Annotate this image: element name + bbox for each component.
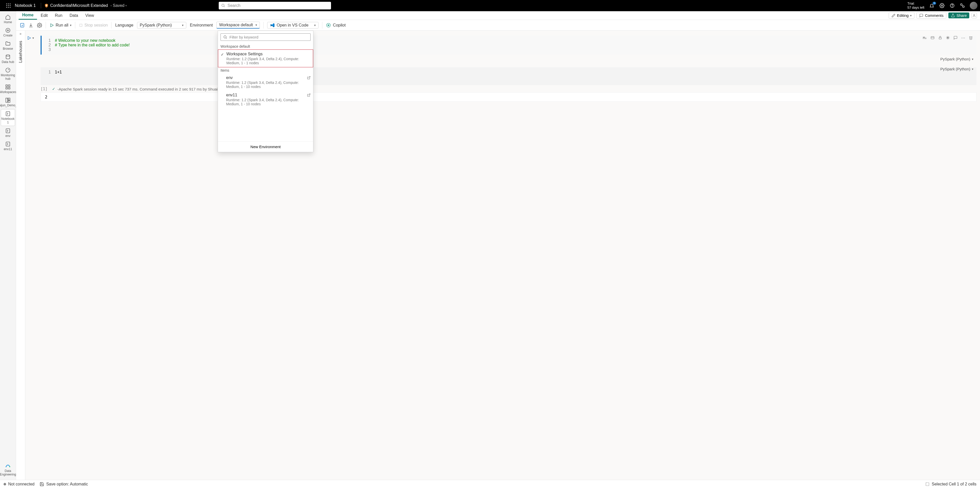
comment-cell-icon[interactable]	[953, 35, 958, 40]
svg-rect-9	[46, 5, 47, 6]
cell-toolbar: M↓ ⋯	[922, 35, 974, 40]
tab-view[interactable]: View	[82, 12, 97, 19]
lakehouses-panel-collapsed: » Lakehouses	[16, 31, 25, 480]
nav-env[interactable]: env	[1, 127, 15, 139]
comments-button[interactable]: Comments	[916, 12, 946, 19]
save-option[interactable]: Save option: Automatic	[46, 482, 88, 486]
run-cell-icon[interactable]	[27, 36, 32, 40]
code-cell-1[interactable]: ▾ M↓ ⋯ 1# Welcome to your new notebook 2…	[41, 36, 977, 55]
download-button[interactable]	[28, 23, 33, 28]
notifications-icon[interactable]: 5	[929, 3, 935, 8]
notebook-title[interactable]: Notebook 1	[15, 3, 36, 8]
save-icon	[20, 23, 25, 28]
nav-create[interactable]: Create	[1, 26, 15, 39]
sensitivity-label[interactable]: Confidential\Microsoft Extended	[44, 3, 108, 8]
search-icon	[221, 3, 225, 8]
tab-data[interactable]: Data	[66, 12, 82, 19]
svg-rect-55	[926, 483, 929, 486]
nav-notebook-1[interactable]: Notebook 1	[1, 109, 15, 126]
freeze-icon[interactable]	[945, 35, 950, 40]
new-environment-button[interactable]: New Environment	[218, 141, 313, 152]
svg-line-46	[309, 94, 310, 95]
chevron-down-icon: ▾	[256, 23, 257, 27]
svg-point-1	[8, 3, 9, 4]
svg-point-0	[6, 3, 7, 4]
cell-gutter: ▾	[27, 36, 34, 40]
tab-run[interactable]: Run	[51, 12, 66, 19]
cell-language-selector[interactable]: PySpark (Python) ▾	[940, 57, 974, 61]
search-input[interactable]: Search	[219, 2, 331, 10]
svg-line-11	[224, 6, 224, 7]
run-all-button[interactable]: Run all ▾	[49, 23, 72, 27]
env-item-env[interactable]: env Runtime: 1.2 (Spark 3.4, Delta 2.4),…	[218, 73, 313, 91]
open-external-icon[interactable]	[307, 76, 310, 79]
svg-point-5	[10, 5, 11, 6]
nav-browse[interactable]: Browse	[1, 39, 15, 52]
cell-editor[interactable]: 1# Welcome to your new notebook 2# Type …	[41, 36, 977, 55]
env-filter-input[interactable]: Filter by keyword	[221, 33, 310, 41]
chevron-down-icon[interactable]: ▾	[32, 36, 34, 40]
execution-info: [1] ✓ -Apache Spark session ready in 15 …	[41, 87, 977, 91]
env-item-workspace-settings[interactable]: ✓ Workspace Settings Runtime: 1.2 (Spark…	[218, 49, 313, 67]
settings-icon[interactable]	[939, 3, 945, 8]
delete-cell-icon[interactable]	[968, 35, 974, 40]
environment-dropdown-panel: Filter by keyword Workspace default ✓ Wo…	[218, 31, 313, 152]
presence-icon[interactable]	[971, 13, 977, 18]
svg-point-7	[8, 7, 9, 8]
nav-data-hub[interactable]: Data hub	[1, 52, 15, 65]
feedback-icon[interactable]	[959, 3, 965, 8]
nav-workspaces[interactable]: Workspaces	[1, 82, 15, 95]
env-item-env11[interactable]: env11 Runtime: 1.2 (Spark 3.4, Delta 2.4…	[218, 91, 313, 108]
topbar-right: Trial: 57 days left 5	[907, 2, 978, 10]
more-icon[interactable]: ⋯	[961, 35, 966, 40]
lakehouses-label[interactable]: Lakehouses	[18, 41, 23, 63]
connection-dot-icon	[3, 483, 6, 485]
svg-point-36	[974, 14, 975, 16]
ribbon-tabs: Home Edit Run Data View Editing ▾ Commen…	[16, 11, 980, 20]
code-cell-2[interactable]: 11+1 [1] ✓ -Apache Spark session ready i…	[41, 67, 977, 102]
environment-dropdown[interactable]: Workspace default ▾	[216, 22, 260, 29]
connection-status[interactable]: Not connected	[8, 482, 35, 486]
svg-rect-25	[6, 87, 7, 89]
help-icon[interactable]	[950, 3, 955, 8]
folder-icon	[5, 41, 11, 46]
nav-env11[interactable]: env11	[1, 140, 15, 152]
svg-point-6	[6, 7, 7, 8]
open-external-icon[interactable]	[307, 93, 310, 97]
fabric-icon	[5, 463, 11, 469]
editing-mode-button[interactable]: Editing ▾	[889, 12, 915, 19]
env-icon	[5, 128, 11, 134]
share-button[interactable]: Share	[948, 13, 969, 18]
svg-point-42	[328, 24, 329, 26]
nav-monitoring-hub[interactable]: Monitoring hub	[1, 66, 15, 82]
divider	[41, 3, 41, 8]
cell-language-selector[interactable]: PySpark (Python) ▾	[940, 67, 974, 71]
lock-icon[interactable]	[938, 35, 943, 40]
tab-home[interactable]: Home	[19, 11, 37, 20]
success-check-icon: ✓	[52, 87, 56, 91]
user-avatar[interactable]	[970, 2, 977, 10]
tab-edit[interactable]: Edit	[37, 12, 51, 19]
language-dropdown[interactable]: PySpark (Python) ▾	[137, 22, 186, 29]
svg-point-12	[942, 5, 943, 6]
sensitivity-text: Confidential\Microsoft Extended	[50, 3, 108, 8]
open-vscode-button[interactable]: Open in VS Code ▾	[267, 22, 318, 29]
cell-selection-status: Selected Cell 1 of 2 cells	[932, 482, 977, 486]
markdown-toggle-icon[interactable]: M↓	[922, 35, 928, 40]
cell-editor[interactable]: 11+1	[41, 67, 977, 85]
svg-rect-27	[6, 98, 8, 103]
expand-lakehouses-button[interactable]: »	[20, 32, 22, 36]
app-launcher-icon[interactable]	[5, 2, 12, 10]
svg-point-33	[6, 466, 6, 467]
settings-button[interactable]	[37, 23, 42, 28]
check-icon: ✓	[221, 52, 224, 57]
nav-workspace-shuaijun[interactable]: Shuaijun_Demo_Env	[1, 96, 15, 109]
save-button[interactable]	[20, 23, 25, 28]
copilot-button[interactable]: Copilot	[326, 23, 346, 28]
trial-status[interactable]: Trial: 57 days left	[907, 2, 924, 10]
pencil-icon	[891, 14, 896, 17]
chevron-down-icon[interactable]: ▾	[125, 4, 127, 7]
convert-icon[interactable]	[930, 35, 935, 40]
nav-data-engineering[interactable]: Data Engineering	[1, 461, 15, 478]
nav-home[interactable]: Home	[1, 13, 15, 25]
